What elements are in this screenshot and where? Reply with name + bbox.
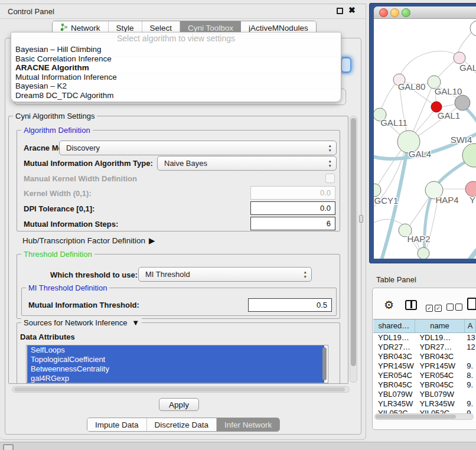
attributes-list-scrollbar[interactable] [322, 347, 327, 380]
network-node-gcy1[interactable] [374, 184, 381, 197]
network-node[interactable] [418, 247, 429, 259]
algorithm-option-bayesian-hill-climbing[interactable]: Bayesian – Hill Climbing [11, 45, 341, 54]
table-cell: YDR27… [415, 343, 464, 352]
kernel-width-label: Kernel Width (0,1): [24, 189, 92, 198]
hub-definition-toggle[interactable]: Hub/Transcription Factor Definition▶ [22, 236, 155, 245]
combo-arrows-icon: ▲▼ [328, 159, 332, 168]
algorithm-option-basic-correlation-inference[interactable]: Basic Correlation Inference [11, 54, 341, 64]
algorithm-option-mutual-information-inference[interactable]: Mutual Information Inference [11, 73, 341, 82]
mi-type-combobox[interactable]: Naive Bayes ▲▼ [157, 156, 337, 171]
checked-boxes-icon[interactable]: ✓✓ [426, 302, 444, 312]
network-window-titlebar[interactable] [374, 6, 476, 19]
combo-arrows-icon: ▲▼ [328, 144, 332, 153]
which-threshold-combobox[interactable]: MI Threshold ▲▼ [138, 267, 312, 282]
apply-button[interactable]: Apply [159, 398, 199, 411]
algorithm-popup-list: Bayesian – Hill ClimbingBasic Correlatio… [11, 45, 341, 100]
mi-threshold-field[interactable]: 0.5 [248, 298, 332, 312]
tab-infer-network[interactable]: Infer Network [217, 418, 279, 431]
table-row[interactable]: YPR145WYPR145W9. [373, 361, 476, 371]
close-traffic-light-icon[interactable] [379, 8, 388, 17]
table-cell: YPR145W [415, 361, 464, 371]
panel-divider-handle[interactable] [359, 215, 363, 223]
network-node[interactable] [455, 95, 470, 110]
combobox-arrow-button[interactable] [341, 57, 351, 73]
attribute-item-gal4rgexp[interactable]: gal4RGexp [27, 374, 324, 383]
mi-threshold-label: Mutual Information Threshold: [28, 301, 139, 309]
algorithm-option-aracne-algorithm[interactable]: ARACNE Algorithm [11, 63, 341, 73]
node-label-y: Y [470, 195, 475, 205]
mi-type-label: Mutual Information Algorithm Type: [24, 159, 153, 168]
table-row[interactable]: YBR043CYBR043C [373, 352, 476, 361]
close-icon[interactable]: ✖ [348, 5, 356, 15]
table-cell: YBL079W [415, 390, 464, 399]
dpi-tolerance-field[interactable]: 0.0 [250, 201, 335, 215]
node-label-gal4: GAL4 [409, 149, 431, 159]
node-label-gal: GAL [459, 63, 476, 73]
table-cell: YDL19… [415, 333, 464, 343]
table-row[interactable]: YDL19…YDL19…13 [373, 333, 476, 343]
control-panel-titlebar: Control Panel [0, 5, 366, 19]
table-row[interactable]: YBL079WYBL079W [373, 390, 476, 399]
node-label-gal1: GAL1 [438, 110, 460, 120]
manual-kernel-checkbox[interactable] [325, 174, 335, 183]
network-view-canvas[interactable]: GALGAL80GAL10GAL1GAL11GAL4SWI4GCY1HAP4YH… [374, 19, 476, 259]
table-cell: YER054C [415, 371, 464, 380]
settings-vertical-scrollbar-thumb[interactable] [351, 118, 356, 366]
network-edge[interactable] [410, 85, 433, 138]
gear-icon[interactable]: ⚙ [384, 298, 394, 312]
dpi-tolerance-label: DPI Tolerance [0,1]: [24, 204, 94, 213]
table-cell: 12 [464, 343, 476, 352]
table-cell: YDR27… [373, 343, 415, 352]
table-cell: 9. [464, 399, 476, 409]
algorithm-definition-legend: Algorithm Definition [21, 126, 93, 135]
table-cell: YLR345W [415, 399, 464, 409]
network-edge[interactable] [454, 239, 476, 259]
algorithm-option-dream8-dc-tdc-algorithm[interactable]: Dream8 DC_TDC Algorithm [11, 91, 341, 100]
column-header-name[interactable]: name [415, 319, 465, 332]
column-header-a[interactable]: A [465, 319, 476, 332]
table-cell: 9. [464, 361, 476, 371]
table-row[interactable]: YDR27…YDR27…12 [373, 343, 476, 352]
network-icon [60, 23, 68, 33]
network-edge[interactable] [425, 157, 473, 256]
sources-legend[interactable]: Sources for Network Inference ▼ [21, 318, 142, 327]
page-icon[interactable] [467, 298, 476, 310]
tab-discretize-data[interactable]: Discretize Data [147, 418, 217, 431]
unchecked-boxes-icon[interactable] [446, 302, 464, 313]
attribute-item-betweennesscentrality[interactable]: BetweennessCentrality [27, 364, 324, 374]
mi-steps-field[interactable]: 6 [250, 217, 335, 230]
node-label-gal11: GAL11 [380, 118, 407, 128]
table-cell [464, 390, 476, 399]
settings-horizontal-scrollbar-thumb[interactable] [14, 387, 345, 392]
node-table[interactable]: shared…nameAYDL19…YDL19…13YDR27…YDR27…12… [373, 319, 476, 418]
bottom-status-strip [0, 442, 476, 450]
data-attributes-label: Data Attributes [20, 332, 75, 341]
collapsed-panel-icon[interactable] [3, 444, 14, 450]
table-row[interactable]: YBR045CYBR045C9. [373, 380, 476, 390]
node-label-swi4: SWI4 [451, 135, 472, 145]
network-node[interactable] [470, 21, 476, 36]
threshold-definition-legend: Threshold Definition [21, 250, 94, 259]
table-cell: YBR043C [373, 352, 415, 361]
manual-kernel-label: Manual Kernel Width Definition [24, 174, 137, 183]
table-cell: YDL19… [373, 333, 415, 343]
table-cell: YBR043C [415, 352, 464, 361]
columns-icon[interactable] [405, 300, 417, 310]
table-row[interactable]: YLR345WYLR345W9. [373, 399, 476, 409]
attribute-item-topologicalcoefficient[interactable]: TopologicalCoefficient [27, 355, 324, 364]
aracne-mode-combobox[interactable]: Discovery ▲▼ [59, 141, 337, 155]
minimize-traffic-light-icon[interactable] [390, 8, 399, 17]
algorithm-option-bayesian-k2[interactable]: Bayesian – K2 [11, 81, 341, 91]
data-attributes-list[interactable]: SelfLoopsTopologicalCoefficientBetweenne… [26, 345, 328, 383]
attribute-item-selfloops[interactable]: SelfLoops [27, 345, 324, 355]
column-header-shared[interactable]: shared… [373, 319, 415, 332]
node-label-gal10: GAL10 [435, 86, 462, 96]
tab-impute-data[interactable]: Impute Data [87, 418, 147, 431]
float-window-icon[interactable] [337, 8, 343, 14]
table-horizontal-scrollbar-thumb[interactable] [376, 415, 456, 419]
combo-arrows-icon: ▲▼ [304, 270, 307, 279]
network-node-gal[interactable] [454, 52, 465, 64]
zoom-traffic-light-icon[interactable] [402, 8, 410, 17]
table-row[interactable]: YER054CYER054C8. [373, 371, 476, 380]
node-label-hap4: HAP4 [435, 195, 458, 205]
